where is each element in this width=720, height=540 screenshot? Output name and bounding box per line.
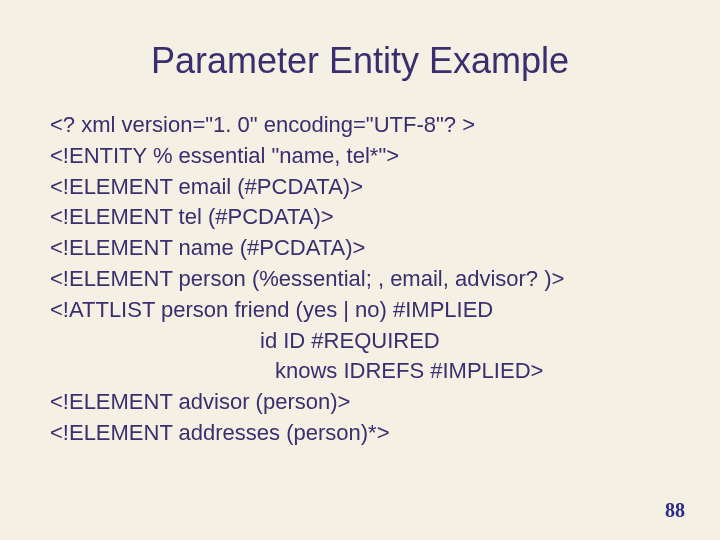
code-line: <!ELEMENT advisor (person)> (50, 387, 670, 418)
code-line: id ID #REQUIRED (50, 326, 670, 357)
page-number: 88 (665, 499, 685, 522)
code-line: <!ELEMENT name (#PCDATA)> (50, 233, 670, 264)
code-line: <!ELEMENT person (%essential; , email, a… (50, 264, 670, 295)
slide: Parameter Entity Example <? xml version=… (0, 0, 720, 540)
code-line: <!ATTLIST person friend (yes | no) #IMPL… (50, 295, 670, 326)
code-line: <!ENTITY % essential "name, tel*"> (50, 141, 670, 172)
slide-body: <? xml version="1. 0" encoding="UTF-8"? … (50, 110, 670, 449)
code-line: <!ELEMENT addresses (person)*> (50, 418, 670, 449)
code-line: knows IDREFS #IMPLIED> (50, 356, 670, 387)
code-line: <!ELEMENT email (#PCDATA)> (50, 172, 670, 203)
code-line: <!ELEMENT tel (#PCDATA)> (50, 202, 670, 233)
slide-title: Parameter Entity Example (50, 40, 670, 82)
code-line: <? xml version="1. 0" encoding="UTF-8"? … (50, 110, 670, 141)
